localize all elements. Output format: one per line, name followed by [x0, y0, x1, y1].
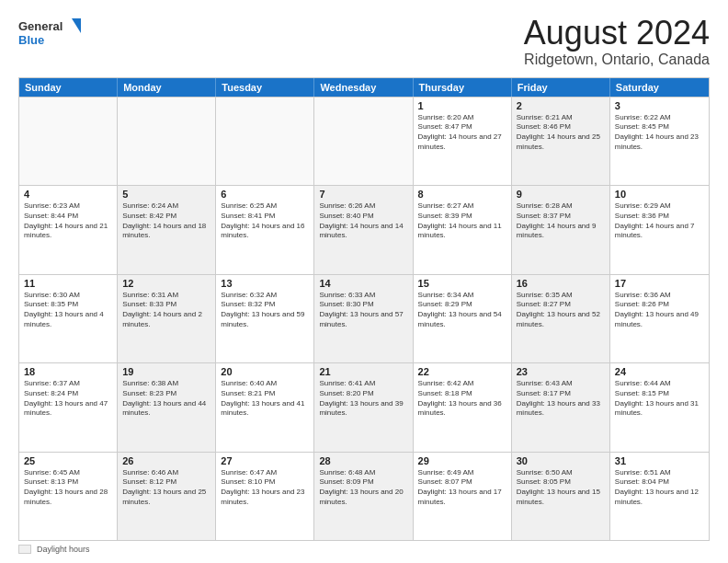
calendar-cell: 21 Sunrise: 6:41 AMSunset: 8:20 PMDaylig…	[314, 363, 413, 451]
calendar-cell: 11 Sunrise: 6:30 AMSunset: 8:35 PMDaylig…	[19, 275, 118, 362]
cell-info: Sunrise: 6:35 AMSunset: 8:27 PMDaylight:…	[517, 291, 605, 330]
calendar-cell	[19, 98, 118, 185]
day-number: 26	[122, 455, 210, 466]
day-number: 22	[418, 366, 506, 377]
calendar-week-5: 25 Sunrise: 6:45 AMSunset: 8:13 PMDaylig…	[19, 452, 709, 540]
calendar-cell: 20 Sunrise: 6:40 AMSunset: 8:21 PMDaylig…	[216, 363, 314, 451]
calendar-cell: 5 Sunrise: 6:24 AMSunset: 8:42 PMDayligh…	[118, 186, 216, 273]
calendar-cell: 27 Sunrise: 6:47 AMSunset: 8:10 PMDaylig…	[216, 453, 314, 540]
calendar-cell: 15 Sunrise: 6:34 AMSunset: 8:29 PMDaylig…	[414, 275, 512, 362]
cell-info: Sunrise: 6:31 AMSunset: 8:33 PMDaylight:…	[122, 291, 210, 330]
calendar-cell: 2 Sunrise: 6:21 AMSunset: 8:46 PMDayligh…	[512, 98, 610, 185]
calendar-cell: 14 Sunrise: 6:33 AMSunset: 8:30 PMDaylig…	[314, 275, 413, 362]
cell-info: Sunrise: 6:20 AMSunset: 8:47 PMDaylight:…	[418, 113, 506, 153]
day-number: 23	[517, 366, 605, 377]
calendar-cell: 30 Sunrise: 6:50 AMSunset: 8:05 PMDaylig…	[512, 453, 610, 540]
calendar-week-1: 1 Sunrise: 6:20 AMSunset: 8:47 PMDayligh…	[19, 97, 709, 185]
cell-info: Sunrise: 6:22 AMSunset: 8:45 PMDaylight:…	[615, 113, 704, 153]
title-block: August 2024 Ridgetown, Ontario, Canada	[524, 15, 710, 68]
calendar-week-2: 4 Sunrise: 6:23 AMSunset: 8:44 PMDayligh…	[19, 185, 709, 273]
calendar-cell: 7 Sunrise: 6:26 AMSunset: 8:40 PMDayligh…	[314, 186, 413, 273]
day-number: 29	[418, 455, 506, 466]
day-number: 27	[221, 455, 309, 466]
cell-info: Sunrise: 6:44 AMSunset: 8:15 PMDaylight:…	[615, 379, 704, 419]
calendar-cell: 19 Sunrise: 6:38 AMSunset: 8:23 PMDaylig…	[118, 363, 216, 451]
header-sunday: Sunday	[19, 78, 118, 97]
logo-svg: General Blue	[18, 15, 83, 52]
day-number: 17	[615, 278, 704, 289]
header-tuesday: Tuesday	[216, 78, 314, 97]
cell-info: Sunrise: 6:24 AMSunset: 8:42 PMDaylight:…	[122, 201, 210, 241]
calendar-cell: 9 Sunrise: 6:28 AMSunset: 8:37 PMDayligh…	[512, 186, 610, 273]
cell-info: Sunrise: 6:37 AMSunset: 8:24 PMDaylight:…	[24, 379, 112, 419]
shaded-label: Daylight hours	[37, 545, 90, 554]
calendar-week-4: 18 Sunrise: 6:37 AMSunset: 8:24 PMDaylig…	[19, 362, 709, 451]
day-number: 6	[221, 189, 309, 200]
cell-info: Sunrise: 6:32 AMSunset: 8:32 PMDaylight:…	[221, 291, 309, 330]
day-number: 11	[24, 278, 112, 289]
header-saturday: Saturday	[610, 78, 709, 97]
day-number: 21	[319, 366, 407, 377]
day-number: 19	[122, 366, 210, 377]
day-number: 13	[221, 278, 309, 289]
calendar-header: Sunday Monday Tuesday Wednesday Thursday…	[19, 78, 709, 97]
day-number: 5	[122, 189, 210, 200]
cell-info: Sunrise: 6:36 AMSunset: 8:26 PMDaylight:…	[615, 291, 704, 330]
day-number: 18	[24, 366, 112, 377]
cell-info: Sunrise: 6:45 AMSunset: 8:13 PMDaylight:…	[24, 468, 112, 508]
calendar-cell: 12 Sunrise: 6:31 AMSunset: 8:33 PMDaylig…	[118, 275, 216, 362]
calendar-body: 1 Sunrise: 6:20 AMSunset: 8:47 PMDayligh…	[19, 97, 709, 540]
cell-info: Sunrise: 6:46 AMSunset: 8:12 PMDaylight:…	[122, 468, 210, 508]
calendar-cell: 22 Sunrise: 6:42 AMSunset: 8:18 PMDaylig…	[414, 363, 512, 451]
calendar-cell: 8 Sunrise: 6:27 AMSunset: 8:39 PMDayligh…	[414, 186, 512, 273]
cell-info: Sunrise: 6:51 AMSunset: 8:04 PMDaylight:…	[615, 468, 704, 508]
cell-info: Sunrise: 6:42 AMSunset: 8:18 PMDaylight:…	[418, 379, 506, 419]
shaded-box	[18, 545, 31, 554]
cell-info: Sunrise: 6:48 AMSunset: 8:09 PMDaylight:…	[319, 468, 407, 508]
day-number: 31	[615, 455, 704, 466]
header-wednesday: Wednesday	[314, 78, 413, 97]
cell-info: Sunrise: 6:38 AMSunset: 8:23 PMDaylight:…	[122, 379, 210, 419]
calendar-cell: 17 Sunrise: 6:36 AMSunset: 8:26 PMDaylig…	[610, 275, 709, 362]
header-friday: Friday	[512, 78, 610, 97]
subtitle: Ridgetown, Ontario, Canada	[524, 52, 710, 68]
calendar-cell	[118, 98, 216, 185]
calendar-cell: 3 Sunrise: 6:22 AMSunset: 8:45 PMDayligh…	[610, 98, 709, 185]
calendar-week-3: 11 Sunrise: 6:30 AMSunset: 8:35 PMDaylig…	[19, 274, 709, 362]
cell-info: Sunrise: 6:25 AMSunset: 8:41 PMDaylight:…	[221, 201, 309, 241]
cell-info: Sunrise: 6:34 AMSunset: 8:29 PMDaylight:…	[418, 291, 506, 330]
calendar: Sunday Monday Tuesday Wednesday Thursday…	[18, 77, 710, 541]
cell-info: Sunrise: 6:21 AMSunset: 8:46 PMDaylight:…	[517, 113, 605, 153]
calendar-cell: 28 Sunrise: 6:48 AMSunset: 8:09 PMDaylig…	[314, 453, 413, 540]
cell-info: Sunrise: 6:50 AMSunset: 8:05 PMDaylight:…	[517, 468, 605, 508]
cell-info: Sunrise: 6:26 AMSunset: 8:40 PMDaylight:…	[319, 201, 407, 241]
calendar-cell: 25 Sunrise: 6:45 AMSunset: 8:13 PMDaylig…	[19, 453, 118, 540]
day-number: 16	[517, 278, 605, 289]
day-number: 12	[122, 278, 210, 289]
svg-text:General: General	[18, 19, 63, 33]
day-number: 10	[615, 189, 704, 200]
day-number: 28	[319, 455, 407, 466]
cell-info: Sunrise: 6:33 AMSunset: 8:30 PMDaylight:…	[319, 291, 407, 330]
cell-info: Sunrise: 6:40 AMSunset: 8:21 PMDaylight:…	[221, 379, 309, 419]
calendar-cell: 31 Sunrise: 6:51 AMSunset: 8:04 PMDaylig…	[610, 453, 709, 540]
calendar-cell: 4 Sunrise: 6:23 AMSunset: 8:44 PMDayligh…	[19, 186, 118, 273]
cell-info: Sunrise: 6:49 AMSunset: 8:07 PMDaylight:…	[418, 468, 506, 508]
calendar-cell: 10 Sunrise: 6:29 AMSunset: 8:36 PMDaylig…	[610, 186, 709, 273]
calendar-cell: 1 Sunrise: 6:20 AMSunset: 8:47 PMDayligh…	[414, 98, 512, 185]
cell-info: Sunrise: 6:47 AMSunset: 8:10 PMDaylight:…	[221, 468, 309, 508]
logo: General Blue	[18, 15, 83, 52]
header: General Blue August 2024 Ridgetown, Onta…	[18, 15, 710, 68]
calendar-cell: 13 Sunrise: 6:32 AMSunset: 8:32 PMDaylig…	[216, 275, 314, 362]
cell-info: Sunrise: 6:30 AMSunset: 8:35 PMDaylight:…	[24, 291, 112, 330]
day-number: 24	[615, 366, 704, 377]
day-number: 9	[517, 189, 605, 200]
header-thursday: Thursday	[414, 78, 512, 97]
calendar-cell: 6 Sunrise: 6:25 AMSunset: 8:41 PMDayligh…	[216, 186, 314, 273]
calendar-cell	[314, 98, 413, 185]
cell-info: Sunrise: 6:43 AMSunset: 8:17 PMDaylight:…	[517, 379, 605, 419]
day-number: 2	[517, 100, 605, 111]
calendar-cell: 23 Sunrise: 6:43 AMSunset: 8:17 PMDaylig…	[512, 363, 610, 451]
day-number: 15	[418, 278, 506, 289]
day-number: 4	[24, 189, 112, 200]
